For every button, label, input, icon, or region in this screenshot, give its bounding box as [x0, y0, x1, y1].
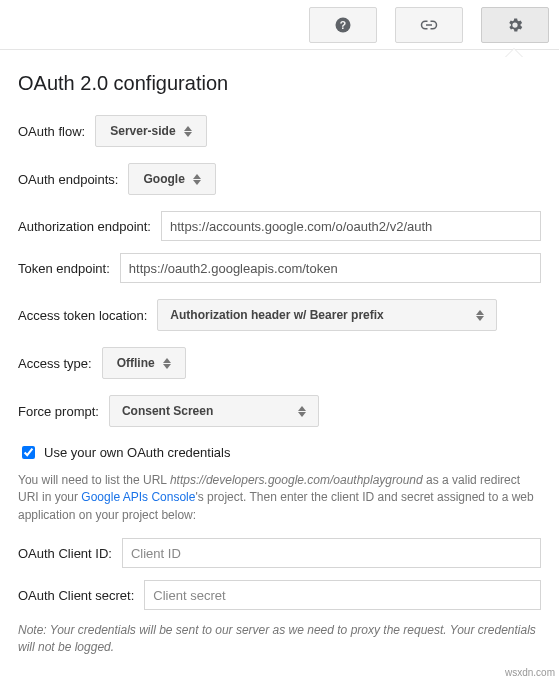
- token-location-label: Access token location:: [18, 308, 147, 323]
- link-button[interactable]: [395, 7, 463, 43]
- page-title: OAuth 2.0 configuration: [18, 72, 541, 95]
- help-button[interactable]: ?: [309, 7, 377, 43]
- help-text: You will need to list the URL https://de…: [18, 472, 541, 524]
- token-location-value: Authorization header w/ Bearer prefix: [170, 308, 383, 322]
- credentials-note: Note: Your credentials will be sent to o…: [18, 622, 541, 656]
- token-location-select[interactable]: Authorization header w/ Bearer prefix: [157, 299, 497, 331]
- token-endpoint-input[interactable]: [120, 253, 541, 283]
- client-secret-input[interactable]: [144, 580, 541, 610]
- auth-endpoint-label: Authorization endpoint:: [18, 219, 151, 234]
- token-endpoint-label: Token endpoint:: [18, 261, 110, 276]
- google-apis-console-link[interactable]: Google APIs Console: [81, 490, 195, 504]
- link-icon: [420, 16, 438, 34]
- oauth-flow-select[interactable]: Server-side: [95, 115, 206, 147]
- access-type-label: Access type:: [18, 356, 92, 371]
- sort-icon: [193, 174, 201, 185]
- client-secret-label: OAuth Client secret:: [18, 588, 134, 603]
- force-prompt-value: Consent Screen: [122, 404, 213, 418]
- own-credentials-label: Use your own OAuth credentials: [44, 445, 230, 460]
- oauth-endpoints-label: OAuth endpoints:: [18, 172, 118, 187]
- own-credentials-checkbox[interactable]: [22, 446, 35, 459]
- oauth-config-panel: OAuth 2.0 configuration OAuth flow: Serv…: [0, 50, 559, 664]
- toolbar: ?: [0, 0, 559, 50]
- settings-button[interactable]: [481, 7, 549, 43]
- help-icon: ?: [334, 16, 352, 34]
- oauth-endpoints-value: Google: [143, 172, 184, 186]
- sort-icon: [298, 406, 306, 417]
- help-url: https://developers.google.com/oauthplayg…: [170, 473, 423, 487]
- force-prompt-label: Force prompt:: [18, 404, 99, 419]
- oauth-endpoints-select[interactable]: Google: [128, 163, 215, 195]
- help-pre: You will need to list the URL: [18, 473, 170, 487]
- oauth-flow-value: Server-side: [110, 124, 175, 138]
- client-id-label: OAuth Client ID:: [18, 546, 112, 561]
- client-id-input[interactable]: [122, 538, 541, 568]
- access-type-value: Offline: [117, 356, 155, 370]
- access-type-select[interactable]: Offline: [102, 347, 186, 379]
- sort-icon: [184, 126, 192, 137]
- sort-icon: [476, 310, 484, 321]
- gear-icon: [506, 16, 524, 34]
- svg-text:?: ?: [340, 18, 346, 30]
- oauth-flow-label: OAuth flow:: [18, 124, 85, 139]
- auth-endpoint-input[interactable]: [161, 211, 541, 241]
- force-prompt-select[interactable]: Consent Screen: [109, 395, 319, 427]
- sort-icon: [163, 358, 171, 369]
